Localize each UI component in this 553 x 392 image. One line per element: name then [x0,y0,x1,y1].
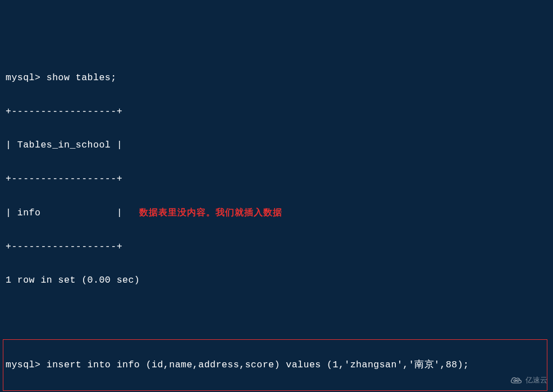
table-header: | Tables_in_school | [6,137,547,154]
table-row: | info |数据表里没内容。我们就插入数据 [6,204,547,222]
highlight-box-insert1: mysql> insert into info (id,name,address… [3,339,547,391]
watermark-text: 亿速云 [525,372,547,389]
cloud-icon [509,374,524,386]
rows-in-set: 1 row in set (0.00 sec) [6,272,547,289]
table-sep: +------------------+ [6,103,547,120]
watermark: 亿速云 [509,372,547,389]
annotation-no-content: 数据表里没内容。我们就插入数据 [139,207,282,217]
cmd-insert-1: mysql> insert into info (id,name,address… [6,357,545,373]
table-sep: +------------------+ [6,238,547,255]
cmd-show-tables: mysql> show tables; [6,70,547,86]
table-sep: +------------------+ [6,170,547,187]
blank-line [6,306,547,322]
